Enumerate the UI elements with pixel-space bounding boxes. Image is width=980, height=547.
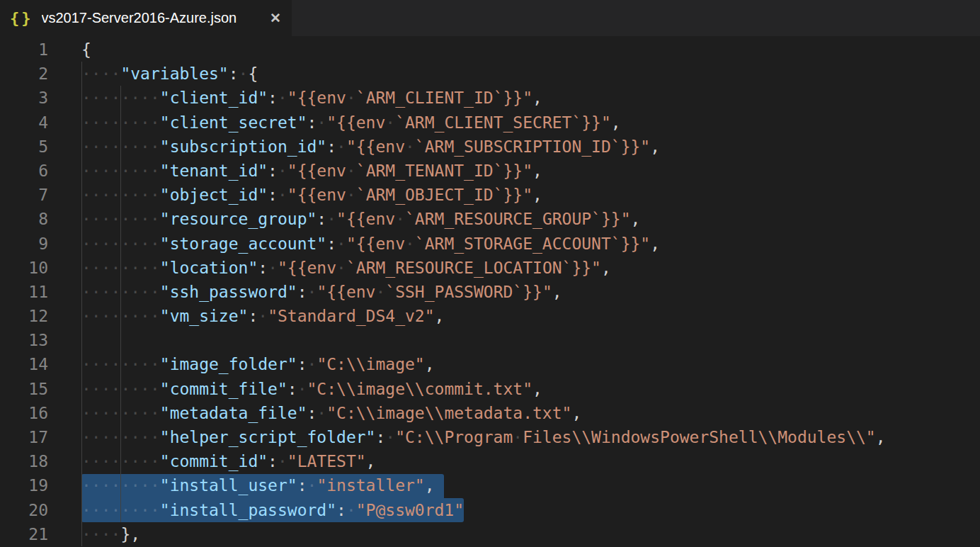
code-line-7[interactable]: ········"object_id":·"{{env·`ARM_OBJECT_… xyxy=(81,183,980,207)
code-line-20[interactable]: ········"install_password":·"P@ssw0rd1" xyxy=(81,498,980,522)
code-line-11[interactable]: ········"ssh_password":·"{{env·`SSH_PASS… xyxy=(81,280,980,304)
json-string-value: "LATEST" xyxy=(287,452,366,470)
json-key: "install_password" xyxy=(160,501,336,519)
code-line-13[interactable] xyxy=(81,328,980,352)
line-number-13[interactable]: 13 xyxy=(0,328,48,352)
json-punctuation: : xyxy=(268,162,278,180)
indent-whitespace-dots: ········ xyxy=(81,428,160,446)
json-string-value: "{{env xyxy=(287,186,346,204)
code-line-16[interactable]: ········"metadata_file":·"C:\\image\\met… xyxy=(81,401,980,425)
code-line-9[interactable]: ········"storage_account":·"{{env·`ARM_S… xyxy=(81,232,980,256)
line-number-21[interactable]: 21 xyxy=(0,522,48,546)
json-string-value: `ARM_SUBSCRIPTION_ID`}}" xyxy=(415,137,650,156)
line-number-1[interactable]: 1 xyxy=(0,38,48,62)
code-line-10[interactable]: ········"location":·"{{env·`ARM_RESOURCE… xyxy=(81,256,980,280)
json-key: "tenant_id" xyxy=(160,162,268,180)
json-punctuation: , xyxy=(532,186,542,204)
json-punctuation: , xyxy=(611,113,621,132)
indent-whitespace-dots: ········ xyxy=(81,452,160,470)
line-number-16[interactable]: 16 xyxy=(0,401,48,425)
json-key: "commit_file" xyxy=(160,380,287,398)
code-line-21[interactable]: ····}, xyxy=(81,522,980,546)
json-punctuation: , xyxy=(425,355,435,373)
code-line-4[interactable]: ········"client_secret":·"{{env·`ARM_CLI… xyxy=(81,111,980,135)
indent-whitespace-dots: ········ xyxy=(81,355,160,373)
json-punctuation: : xyxy=(336,501,346,519)
json-punctuation: }, xyxy=(120,525,140,543)
whitespace-dots: · xyxy=(395,210,405,228)
indent-whitespace-dots: ···· xyxy=(81,525,120,543)
json-punctuation: , xyxy=(601,259,611,277)
line-number-12[interactable]: 12 xyxy=(0,304,48,328)
json-punctuation: : xyxy=(297,283,307,301)
json-key: "object_id" xyxy=(160,186,268,204)
line-number-10[interactable]: 10 xyxy=(0,256,48,280)
json-string-value: "{{env xyxy=(287,89,346,107)
indent-whitespace-dots: ········ xyxy=(81,210,160,228)
json-punctuation: : xyxy=(307,113,317,132)
code-line-5[interactable]: ········"subscription_id":·"{{env·`ARM_S… xyxy=(81,135,980,159)
line-number-14[interactable]: 14 xyxy=(0,352,48,376)
whitespace-dots: · xyxy=(278,186,287,204)
line-number-20[interactable]: 20 xyxy=(0,498,48,522)
line-number-17[interactable]: 17 xyxy=(0,425,48,449)
json-string-value: `ARM_OBJECT_ID`}}" xyxy=(356,186,532,204)
line-number-7[interactable]: 7 xyxy=(0,183,48,207)
code-line-12[interactable]: ········"vm_size":·"Standard_DS4_v2", xyxy=(81,304,980,328)
whitespace-dots: · xyxy=(346,186,356,204)
code-line-8[interactable]: ········"resource_group":·"{{env·`ARM_RE… xyxy=(81,207,980,231)
tab-close-icon[interactable]: ✕ xyxy=(270,11,281,25)
code-line-19[interactable]: ········"install_user":·"installer", xyxy=(81,473,980,497)
code-line-3[interactable]: ········"client_id":·"{{env·`ARM_CLIENT_… xyxy=(81,86,980,110)
line-number-6[interactable]: 6 xyxy=(0,159,48,183)
json-punctuation: : xyxy=(258,259,268,277)
whitespace-dots: · xyxy=(317,113,326,132)
json-string-value: `ARM_RESOURCE_LOCATION`}}" xyxy=(346,259,601,277)
indent-whitespace-dots: ········ xyxy=(81,283,160,301)
indent-whitespace-dots: ········ xyxy=(81,137,160,156)
indent-whitespace-dots: ········ xyxy=(81,476,160,495)
line-number-9[interactable]: 9 xyxy=(0,232,48,256)
json-punctuation: , xyxy=(650,137,660,156)
whitespace-dots: · xyxy=(346,162,356,180)
json-string-value: "C:\\image" xyxy=(317,355,424,373)
line-number-4[interactable]: 4 xyxy=(0,111,48,135)
json-key: "client_id" xyxy=(160,89,268,107)
line-number-18[interactable]: 18 xyxy=(0,449,48,473)
whitespace-dots: · xyxy=(385,113,395,132)
code-line-6[interactable]: ········"tenant_id":·"{{env·`ARM_TENANT_… xyxy=(81,159,980,183)
json-key: "storage_account" xyxy=(160,235,326,253)
json-string-value: "{{env xyxy=(326,113,385,132)
code-line-1[interactable]: { xyxy=(81,38,980,62)
whitespace-dots: · xyxy=(385,428,395,446)
line-number-2[interactable]: 2 xyxy=(0,62,48,86)
json-key: "client_secret" xyxy=(160,113,307,132)
line-number-15[interactable]: 15 xyxy=(0,377,48,401)
indent-whitespace-dots: ········ xyxy=(81,186,160,204)
code-line-14[interactable]: ········"image_folder":·"C:\\image", xyxy=(81,352,980,376)
whitespace-dots: · xyxy=(278,162,287,180)
json-key: "ssh_password" xyxy=(160,283,297,301)
json-punctuation: : xyxy=(326,235,336,253)
json-punctuation: : xyxy=(268,452,278,470)
code-line-18[interactable]: ········"commit_id":·"LATEST", xyxy=(81,449,980,473)
whitespace-dots: · xyxy=(278,89,287,107)
json-punctuation: , xyxy=(435,307,445,325)
json-string-value: `ARM_CLIENT_ID`}}" xyxy=(356,89,532,107)
line-number-8[interactable]: 8 xyxy=(0,207,48,231)
json-string-value: "P@ssw0rd1" xyxy=(356,501,464,519)
tab-title: vs2017-Server2016-Azure.json xyxy=(42,10,261,26)
line-number-19[interactable]: 19 xyxy=(0,473,48,497)
code-line-17[interactable]: ········"helper_script_folder":·"C:\\Pro… xyxy=(81,425,980,449)
json-punctuation: , xyxy=(366,452,376,470)
json-string-value: Files\\WindowsPowerShell\\Modules\\" xyxy=(523,428,876,446)
code-line-15[interactable]: ········"commit_file":·"C:\\image\\commi… xyxy=(81,377,980,401)
line-number-3[interactable]: 3 xyxy=(0,86,48,110)
line-number-11[interactable]: 11 xyxy=(0,280,48,304)
json-key: "variables" xyxy=(120,64,228,83)
code-line-2[interactable]: ····"variables":·{ xyxy=(81,62,980,86)
line-number-5[interactable]: 5 xyxy=(0,135,48,159)
json-punctuation: , xyxy=(532,380,542,398)
tab-vs2017-server2016-azure-json[interactable]: {} vs2017-Server2016-Azure.json ✕ xyxy=(0,0,292,36)
code-editor[interactable]: 123456789101112131415161718192021 {····"… xyxy=(0,36,980,547)
